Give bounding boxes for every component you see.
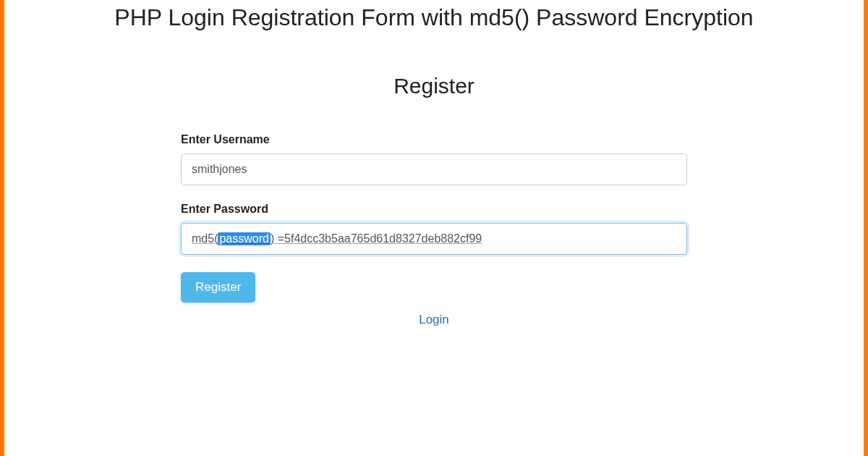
password-input[interactable]: md5(password) = 5f4dcc3b5aa765d61d8327de… [181, 223, 687, 255]
username-input[interactable] [181, 153, 687, 185]
username-group: Enter Username [181, 133, 687, 185]
pw-highlighted-word: password [218, 232, 270, 245]
register-button[interactable]: Register [181, 272, 255, 303]
register-form: Enter Username Enter Password md5(passwo… [181, 133, 687, 327]
page-title: PHP Login Registration Form with md5() P… [26, 0, 842, 32]
pw-hash: 5f4dcc3b5aa765d61d8327deb882cf99 [284, 232, 482, 245]
username-label: Enter Username [181, 133, 687, 146]
login-link[interactable]: Login [419, 313, 449, 326]
password-label: Enter Password [181, 203, 687, 216]
pw-prefix: md5( [192, 232, 218, 245]
section-heading: Register [26, 74, 842, 98]
pw-middle: ) = [271, 232, 284, 245]
login-link-wrap: Login [181, 313, 687, 327]
password-group: Enter Password md5(password) = 5f4dcc3b5… [181, 203, 687, 255]
page-frame: PHP Login Registration Form with md5() P… [0, 0, 868, 456]
